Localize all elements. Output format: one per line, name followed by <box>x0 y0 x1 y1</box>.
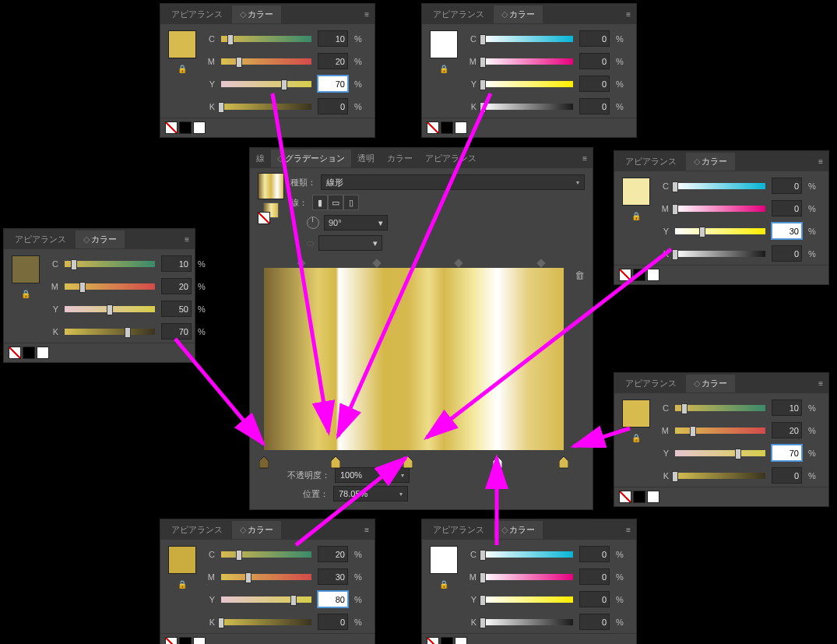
value-C[interactable] <box>772 178 802 194</box>
tab-appearance[interactable]: アピアランス <box>617 375 684 392</box>
tab-appearance[interactable]: アピアランス <box>164 5 230 23</box>
slider-Y[interactable] <box>65 306 155 312</box>
tab-color[interactable]: ◇カラー <box>232 521 281 539</box>
slider-C[interactable] <box>221 551 311 558</box>
value-M[interactable] <box>772 422 802 438</box>
slider-M[interactable] <box>221 58 311 65</box>
none-swatch[interactable] <box>619 491 631 503</box>
value-K[interactable] <box>318 98 348 114</box>
angle-select[interactable]: 90°▾ <box>324 215 388 231</box>
panel-menu-icon[interactable]: ≡ <box>185 235 190 244</box>
panel-menu-icon[interactable]: ≡ <box>818 157 824 166</box>
white-swatch[interactable] <box>37 347 49 359</box>
slider-K[interactable] <box>675 251 765 257</box>
gradient-ramp[interactable] <box>264 268 564 450</box>
black-swatch[interactable] <box>179 121 192 134</box>
gradient-stop-4[interactable] <box>559 456 568 467</box>
slider-C[interactable] <box>675 405 765 411</box>
tab-color[interactable]: ◇カラー <box>686 375 735 392</box>
stroke-mode-1[interactable]: ▮ <box>312 195 328 210</box>
slider-Y[interactable] <box>483 596 573 603</box>
opacity-select[interactable]: 100%▾ <box>335 467 410 483</box>
none-swatch[interactable] <box>427 121 439 134</box>
none-swatch[interactable] <box>427 637 439 644</box>
value-Y[interactable] <box>772 445 802 461</box>
value-C[interactable] <box>318 30 348 47</box>
black-swatch[interactable] <box>633 269 645 281</box>
none-swatch[interactable] <box>9 347 21 359</box>
tab-appearance[interactable]: アピアランス <box>7 231 74 248</box>
stroke-mode-2[interactable]: ▭ <box>328 195 343 210</box>
fill-swatch[interactable] <box>168 30 196 58</box>
white-swatch[interactable] <box>455 637 467 644</box>
panel-menu-icon[interactable]: ≡ <box>818 379 824 388</box>
slider-C[interactable] <box>483 551 573 558</box>
value-M[interactable] <box>772 200 802 216</box>
slider-K[interactable] <box>675 473 765 479</box>
slider-Y[interactable] <box>221 81 311 87</box>
slider-Y[interactable] <box>675 228 765 234</box>
no-fill-icon[interactable] <box>258 212 270 224</box>
fill-swatch[interactable] <box>622 399 650 428</box>
tab-stroke[interactable]: 線 <box>250 150 271 167</box>
white-swatch[interactable] <box>647 269 659 281</box>
tab-appearance[interactable]: アピアランス <box>425 521 492 539</box>
slider-K[interactable] <box>483 104 573 110</box>
slider-M[interactable] <box>483 58 573 65</box>
value-C[interactable] <box>161 255 192 272</box>
gradient-stop-3[interactable] <box>493 456 502 467</box>
panel-menu-icon[interactable]: ≡ <box>626 526 631 534</box>
white-swatch[interactable] <box>455 121 467 134</box>
value-M[interactable] <box>161 278 192 294</box>
tab-transparency[interactable]: 透明 <box>351 150 381 167</box>
location-select[interactable]: 78.05%▾ <box>333 486 408 501</box>
midpoint-3[interactable] <box>455 259 463 267</box>
gradient-preview-swatch[interactable] <box>258 173 284 199</box>
tab-color[interactable]: ◇カラー <box>494 521 543 539</box>
stroke-mode-3[interactable]: ▯ <box>343 195 359 210</box>
slider-K[interactable] <box>483 619 573 625</box>
panel-menu-icon[interactable]: ≡ <box>364 10 370 19</box>
value-M[interactable] <box>318 568 348 585</box>
value-M[interactable] <box>579 568 610 585</box>
midpoint-4[interactable] <box>536 259 545 267</box>
slider-Y[interactable] <box>221 596 311 603</box>
fill-swatch[interactable] <box>12 255 40 283</box>
tab-appearance[interactable]: アピアランス <box>419 150 483 167</box>
value-Y[interactable] <box>579 591 610 607</box>
slider-C[interactable] <box>221 36 311 42</box>
value-K[interactable] <box>318 614 348 630</box>
slider-Y[interactable] <box>483 81 573 87</box>
none-swatch[interactable] <box>619 269 631 281</box>
slider-K[interactable] <box>65 329 155 335</box>
fill-swatch[interactable] <box>430 30 458 58</box>
slider-M[interactable] <box>221 574 311 580</box>
tab-gradient[interactable]: ◇グラデーション <box>271 150 351 167</box>
panel-menu-icon[interactable]: ≡ <box>626 10 631 19</box>
slider-M[interactable] <box>675 206 765 212</box>
black-swatch[interactable] <box>179 637 192 644</box>
gradient-stop-0[interactable] <box>259 456 269 467</box>
fill-swatch[interactable] <box>430 546 458 574</box>
fill-swatch[interactable] <box>622 178 650 206</box>
value-Y[interactable] <box>318 591 348 607</box>
tab-color[interactable]: カラー <box>381 150 419 167</box>
value-M[interactable] <box>579 53 610 69</box>
value-K[interactable] <box>772 467 802 484</box>
tab-appearance[interactable]: アピアランス <box>617 153 684 171</box>
slider-M[interactable] <box>483 574 573 580</box>
white-swatch[interactable] <box>647 491 659 503</box>
gradient-stop-1[interactable] <box>331 456 340 467</box>
slider-K[interactable] <box>221 619 311 625</box>
value-K[interactable] <box>161 323 192 340</box>
slider-K[interactable] <box>221 104 311 110</box>
delete-stop-icon[interactable]: 🗑 <box>575 269 585 281</box>
value-K[interactable] <box>579 614 610 630</box>
aspect-select[interactable]: ▾ <box>318 235 382 251</box>
none-swatch[interactable] <box>165 637 178 644</box>
slider-M[interactable] <box>65 283 155 290</box>
slider-C[interactable] <box>65 261 155 267</box>
slider-M[interactable] <box>675 428 765 434</box>
type-select[interactable]: 線形▾ <box>321 174 585 190</box>
slider-C[interactable] <box>675 183 765 189</box>
